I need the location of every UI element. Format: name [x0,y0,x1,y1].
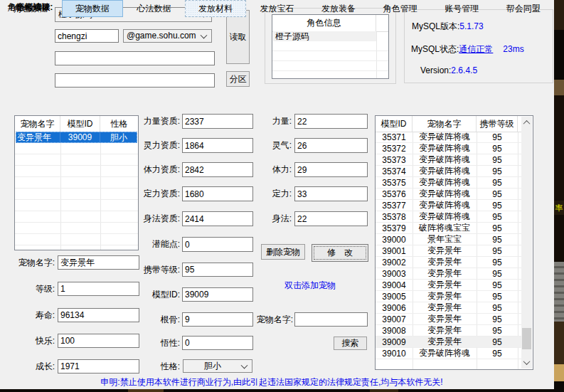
pet-pool-row[interactable]: 39005 变异景年 95 [376,291,522,302]
version-value: 2.6.4.5 [451,65,477,75]
pet-pool-row[interactable]: 39008 变异景年 95 [376,325,522,337]
modify-button[interactable]: 修 改 [312,244,368,262]
scroll-up-icon[interactable] [521,117,532,129]
root-bone-input[interactable] [182,312,253,327]
tab-guild-alliance[interactable]: 帮会同盟 [493,0,555,17]
fuzzy-name-input[interactable] [55,73,215,88]
carry-level-input[interactable] [182,263,253,277]
pet-list-table[interactable]: 宠物名字 模型ID 性格 变异景年 39009 胆小 [14,115,139,250]
pet-pool-row[interactable]: 39001 变异景年 95 [376,245,522,257]
pet-table-header[interactable]: 宠物名字 模型ID 性格 [15,116,138,132]
tab-role-manage[interactable]: 角色管理 [369,0,431,17]
pool-cell-name: 变异景年 [413,291,477,302]
str-input[interactable] [294,114,368,129]
con-input[interactable] [294,162,368,177]
read-button[interactable]: 读取 [226,10,250,64]
pet-pool-row[interactable]: 39006 变异景年 95 [376,302,522,314]
pet-pool-row[interactable]: 35373 变异破阵将魂 95 [376,154,522,166]
pool-cell-level: 95 [477,132,518,142]
nature-combobox[interactable]: 胆小 [183,359,252,373]
mysql-version-label: MySQL版本: [412,21,459,31]
tab-xinfa-data[interactable]: 心法数据 [123,0,185,17]
pet-pool-row[interactable]: 39004 变异景年 95 [376,280,522,291]
pet-pool-row[interactable]: 35376 变异破阵将魂 95 [376,189,522,200]
mysql-status-value: 通信正常 [459,44,493,54]
pet-pool-row[interactable]: 35379 破阵将魂宝宝 95 [376,223,522,234]
pet-level-input[interactable] [58,282,139,296]
wuxing-input[interactable] [182,336,253,350]
pet-growth-input[interactable] [58,359,139,374]
tab-grant-gem[interactable]: 发放宝石 [246,0,308,17]
delete-pet-button[interactable]: 删除宠物 [261,244,305,260]
model-id-input[interactable] [182,287,253,302]
pet-pool-row[interactable]: 35372 变异破阵将魂 95 [376,143,522,154]
pet-pool-row[interactable]: 35377 变异破阵将魂 95 [376,200,522,211]
rolename-input[interactable] [55,51,215,65]
pool-header-name[interactable]: 宠物名字 [413,116,477,132]
pool-cell-name: 变异破阵将魂 [413,154,477,165]
pool-cell-name: 变异破阵将魂 [413,143,477,154]
charinfo-header-cell[interactable]: 角色信息 [272,15,376,31]
mag-apt-input[interactable] [182,138,253,153]
pet-pool-row[interactable]: 35378 变异破阵将魂 95 [376,211,522,223]
pool-cell-name: 变异景年 [413,280,477,290]
scrollbar[interactable] [521,117,532,369]
search-pet-name-input[interactable] [294,312,368,327]
pool-cell-model: 39003 [376,268,413,279]
charinfo-header[interactable]: 角色信息 [272,15,388,32]
pet-pool-row[interactable]: 35375 变异破阵将魂 95 [376,177,522,189]
potential-input[interactable] [182,237,253,252]
pet-growth-label: 成长: [4,359,55,374]
pet-happy-input[interactable] [58,334,139,348]
pool-cell-model: 35371 [376,132,413,142]
agi-input[interactable] [294,211,368,226]
pool-cell-model: 35379 [376,223,413,233]
pet-name-input[interactable] [58,255,139,270]
scrollbar-thumb[interactable] [522,328,531,349]
tab-account-manage[interactable]: 账号管理 [431,0,493,17]
str-apt-input[interactable] [182,114,253,129]
mag-input[interactable] [294,138,368,153]
domain-combobox[interactable]: @game.sohu.com [123,29,212,43]
pet-table-header-model[interactable]: 模型ID [60,116,100,132]
account-input[interactable] [55,29,119,43]
pet-table-header-name[interactable]: 宠物名字 [15,116,60,132]
pet-pool-row[interactable]: 39009 变异景年 95 [376,337,522,348]
game-background-bottom [0,389,554,392]
agi-apt-input[interactable] [182,211,253,226]
pet-life-input[interactable] [58,308,139,322]
zone-button[interactable]: 分区 [226,71,250,87]
end-apt-input[interactable] [182,186,253,201]
tab-grant-equip[interactable]: 发放装备 [308,0,370,17]
pool-header-model[interactable]: 模型ID [376,116,413,132]
pool-cell-model: 35377 [376,200,413,211]
pet-pool-table[interactable]: 模型ID 宠物名字 携带等级 35371 变异破阵将魂 95 35372 变异破… [375,115,533,370]
double-click-add-link[interactable]: 双击添加宠物 [284,280,336,292]
scroll-down-icon[interactable] [521,356,532,369]
pool-cell-name: 变异破阵将魂 [413,132,477,142]
charinfo-row[interactable]: 橙子源码 [273,31,376,41]
end-input[interactable] [294,186,368,201]
charinfo-listview[interactable]: 角色信息 橙子源码 [272,14,389,79]
str-apt-label: 力量资质: [132,114,180,128]
pool-cell-name: 变异景年 [413,314,477,324]
tab-grant-material[interactable]: 发放材料 [185,0,247,17]
tab-role-data[interactable]: 角色数据 [0,0,62,17]
pool-cell-model: 39000 [376,234,413,245]
tab-pet-data[interactable]: 宠物数据 [62,0,124,17]
pet-pool-row[interactable]: 35374 变异破阵将魂 95 [376,166,522,177]
pool-cell-level: 95 [477,166,518,176]
pet-pool-row[interactable]: 39007 变异景年 95 [376,314,522,325]
end-apt-label: 定力资质: [132,186,180,201]
pet-pool-row[interactable]: 39000 景年宝宝 95 [376,234,522,245]
pet-pool-row[interactable]: 39002 变异景年 95 [376,257,522,268]
search-button[interactable]: 搜索 [334,337,367,350]
pet-table-selected-row[interactable]: 变异景年 39009 胆小 [16,132,137,143]
pet-pool-row[interactable]: 39003 变异景年 95 [376,268,522,280]
pool-header-level[interactable]: 携带等级 [477,116,518,132]
pet-pool-row[interactable]: 35371 变异破阵将魂 95 [376,132,522,143]
version-label: Version: [420,65,451,75]
con-apt-input[interactable] [182,162,253,177]
pool-header[interactable]: 模型ID 宠物名字 携带等级 [376,116,522,132]
pet-pool-row[interactable]: 39010 变异破阵将魂 95 [376,348,522,359]
